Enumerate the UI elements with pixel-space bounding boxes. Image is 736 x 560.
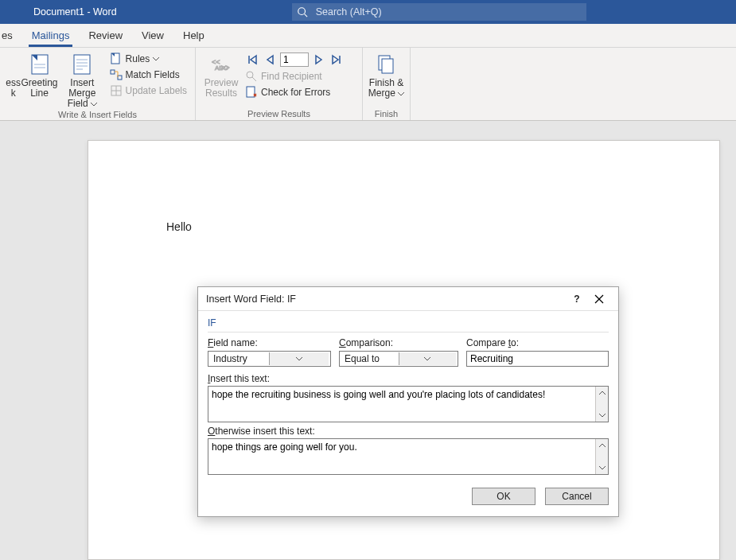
record-number-input[interactable] [280,52,309,67]
svg-point-21 [247,72,253,78]
scroll-up-icon[interactable] [596,387,608,399]
section-label-if: IF [208,317,609,332]
close-button[interactable] [588,288,610,310]
tab-mailings[interactable]: Mailings [22,24,80,47]
tab-cut[interactable]: es [0,24,22,47]
ribbon-tabs: es Mailings Review View Help [0,24,736,48]
rules-icon [110,52,123,65]
group-title-write-insert: Write & Insert Fields [5,110,190,121]
help-button[interactable]: ? [566,288,588,310]
svg-rect-5 [74,55,90,74]
close-icon [594,294,604,304]
document-title: Document1 - Word [33,6,117,18]
button-cut-left[interactable]: essk [5,51,21,99]
chevron-down-icon [269,352,329,365]
match-fields-icon [110,68,123,81]
next-record-button[interactable] [312,52,326,67]
preview-results-button: <<>>ABC Preview Results [201,51,242,99]
field-name-select[interactable]: Industry [208,351,331,367]
scrollbar[interactable] [595,387,608,422]
insert-merge-field-button[interactable]: Insert Merge Field [58,51,107,110]
finish-merge-button[interactable]: Finish & Merge [368,51,405,99]
compare-to-input[interactable] [466,351,609,367]
search-icon [297,6,308,18]
svg-rect-12 [118,76,122,80]
merge-field-icon [69,52,95,76]
update-labels-button: Update Labels [110,84,187,97]
svg-rect-11 [111,70,115,74]
insert-text-input[interactable]: hope the recruiting business is going we… [208,387,595,422]
group-preview-results: <<>>ABC Preview Results Find Recipient [196,48,363,120]
greeting-line-button[interactable]: Greeting Line [21,51,58,99]
svg-point-0 [298,8,305,15]
insert-text-field[interactable]: hope the recruiting business is going we… [208,386,609,422]
previous-record-button[interactable] [263,52,277,67]
insert-text-label: Insert this text: [208,373,609,384]
otherwise-text-field[interactable]: hope things are going well for you. [208,438,609,475]
scrollbar[interactable] [595,439,608,474]
group-finish: Finish & Merge Finish [363,48,411,120]
otherwise-text-input[interactable]: hope things are going well for you. [208,439,595,474]
search-input[interactable] [314,6,582,18]
dialog-titlebar: Insert Word Field: IF ? [198,287,618,311]
svg-line-22 [252,77,256,81]
title-bar: Document1 - Word [0,0,736,24]
first-record-button[interactable] [245,52,259,67]
document-text[interactable]: Hello [166,220,192,233]
rules-button[interactable]: Rules [110,52,187,65]
chevron-down-icon [398,92,404,96]
check-errors-icon [245,86,258,99]
greeting-icon [27,52,53,76]
svg-line-1 [304,14,307,18]
tab-view[interactable]: View [132,24,173,47]
svg-rect-10 [111,53,119,64]
match-fields-button[interactable]: Match Fields [110,68,187,81]
tab-help[interactable]: Help [173,24,214,47]
chevron-down-icon [399,352,457,365]
chevron-down-icon [91,103,97,107]
insert-word-field-dialog: Insert Word Field: IF ? IF FField name:i… [197,286,619,517]
group-title-finish: Finish [368,109,405,120]
tab-review[interactable]: Review [79,24,132,47]
scroll-down-icon[interactable] [596,409,608,422]
group-title-preview: Preview Results [201,109,357,120]
scroll-up-icon[interactable] [596,439,608,452]
svg-text:ABC: ABC [215,64,228,72]
preview-icon: <<>>ABC [208,52,234,76]
check-errors-button[interactable]: Check for Errors [245,86,344,99]
chevron-down-icon [153,57,159,61]
svg-rect-25 [382,59,393,73]
search-box[interactable] [292,3,586,21]
comparison-label: Comparison: [339,337,458,348]
cancel-button[interactable]: Cancel [545,488,609,505]
scroll-down-icon[interactable] [596,461,608,474]
ribbon: essk Greeting Line Insert Merge Field Ru… [0,48,736,121]
find-recipient-button: Find Recipient [245,70,344,83]
compare-to-label: Compare to: [466,337,609,348]
group-write-insert-fields: essk Greeting Line Insert Merge Field Ru… [0,48,196,120]
update-labels-icon [110,84,123,97]
dialog-title: Insert Word Field: IF [206,294,566,305]
otherwise-text-label: Otherwise insert this text: [208,426,609,437]
finish-merge-icon [374,52,399,76]
comparison-select[interactable]: Equal to [339,351,458,367]
svg-rect-23 [247,87,255,97]
field-name-label: FField name:ield name: [208,337,331,348]
ok-button[interactable]: OK [472,488,535,505]
last-record-button[interactable] [329,52,344,67]
find-recipient-icon [245,70,258,83]
